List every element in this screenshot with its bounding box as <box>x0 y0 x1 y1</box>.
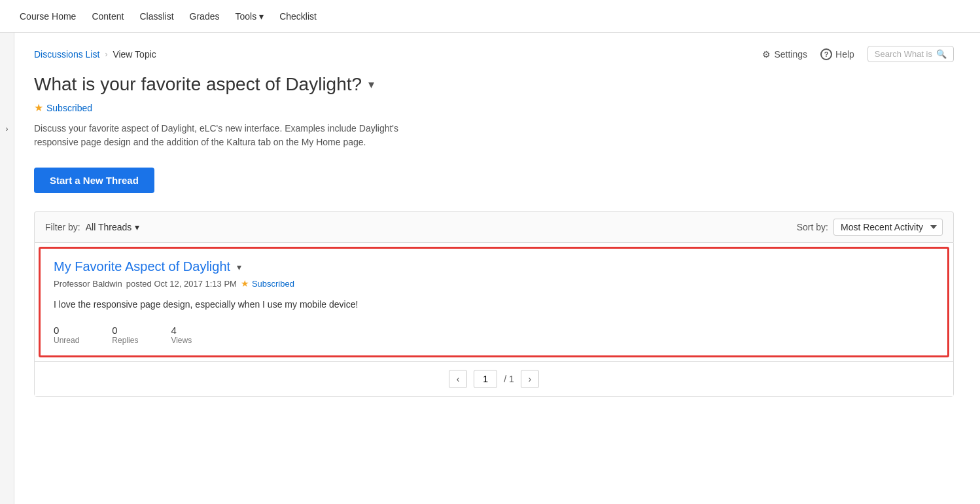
top-nav: Course Home Content Classlist Grades Too… <box>0 0 980 33</box>
thread-views-stat: 4 Views <box>171 325 192 345</box>
pagination-bar: ‹ / 1 › <box>35 361 953 396</box>
search-box[interactable]: Search What is 🔍 <box>867 46 954 62</box>
topic-subscribed-label: Subscribed <box>46 103 92 113</box>
tools-chevron-icon: ▾ <box>259 11 264 22</box>
thread-posted-text: posted Oct 12, 2017 1:13 PM <box>126 279 237 289</box>
thread-stats: 0 Unread 0 Replies 4 Views <box>54 325 934 345</box>
sort-select[interactable]: Most Recent ActivityOldest ActivityMost … <box>833 219 943 236</box>
filter-sort-bar: Filter by: All Threads ▾ Sort by: Most R… <box>34 211 954 242</box>
help-button[interactable]: ? Help <box>820 48 854 60</box>
thread-author: Professor Baldwin <box>54 279 122 289</box>
nav-grades[interactable]: Grades <box>190 11 220 22</box>
breadcrumb-separator: › <box>105 50 107 59</box>
nav-classlist[interactable]: Classlist <box>139 11 173 22</box>
thread-views-count: 4 <box>171 325 192 336</box>
help-label: Help <box>835 49 854 60</box>
gear-icon: ⚙ <box>762 49 771 60</box>
breadcrumb-discussions-link[interactable]: Discussions List <box>34 49 99 60</box>
sort-group: Sort by: Most Recent ActivityOldest Acti… <box>797 219 943 236</box>
thread-unread-count: 0 <box>54 325 79 336</box>
topic-title-row: What is your favorite aspect of Daylight… <box>34 74 954 95</box>
topic-title-text: What is your favorite aspect of Daylight… <box>34 74 362 95</box>
thread-item: My Favorite Aspect of Daylight ▾ Profess… <box>39 247 949 357</box>
filter-chevron-icon: ▾ <box>135 222 139 232</box>
breadcrumb: Discussions List › View Topic <box>34 49 156 60</box>
topic-title-chevron[interactable]: ▾ <box>368 77 374 92</box>
thread-replies-label: Replies <box>112 336 138 345</box>
thread-replies-count: 0 <box>112 325 138 336</box>
sidebar-toggle-icon: › <box>6 124 9 134</box>
top-actions: ⚙ Settings ? Help Search What is 🔍 <box>762 46 954 62</box>
thread-views-label: Views <box>171 336 192 345</box>
thread-unread-label: Unread <box>54 336 79 345</box>
topic-star-icon: ★ <box>34 101 43 114</box>
thread-title-link[interactable]: My Favorite Aspect of Daylight <box>54 259 230 274</box>
pagination-current-page[interactable] <box>474 370 497 388</box>
help-icon: ? <box>820 48 832 60</box>
sort-label: Sort by: <box>797 222 828 232</box>
nav-content[interactable]: Content <box>92 11 124 22</box>
thread-subscribed-badge[interactable]: ★ Subscribed <box>241 278 294 289</box>
pagination-prev-button[interactable]: ‹ <box>449 370 467 388</box>
topic-subscribed-badge[interactable]: ★ Subscribed <box>34 101 954 114</box>
thread-unread-stat: 0 Unread <box>54 325 79 345</box>
threads-container: My Favorite Aspect of Daylight ▾ Profess… <box>34 242 954 397</box>
pagination-next-button[interactable]: › <box>521 370 539 388</box>
thread-chevron-icon[interactable]: ▾ <box>237 262 241 272</box>
nav-tools-menu[interactable]: Tools ▾ <box>235 11 264 22</box>
thread-replies-stat: 0 Replies <box>112 325 138 345</box>
search-icon: 🔍 <box>936 49 947 59</box>
filter-select[interactable]: All Threads ▾ <box>86 222 140 232</box>
start-new-thread-button[interactable]: Start a New Thread <box>34 168 154 193</box>
breadcrumb-current: View Topic <box>113 49 156 60</box>
nav-course-home[interactable]: Course Home <box>20 11 76 22</box>
nav-checklist[interactable]: Checklist <box>279 11 317 22</box>
main-content: Discussions List › View Topic ⚙ Settings… <box>14 33 980 504</box>
settings-label: Settings <box>774 49 807 60</box>
filter-group: Filter by: All Threads ▾ <box>45 222 139 232</box>
page-layout: › Discussions List › View Topic ⚙ Settin… <box>0 33 980 504</box>
search-placeholder-text: Search What is <box>875 49 932 59</box>
filter-label: Filter by: <box>45 222 80 232</box>
nav-tools-label: Tools <box>235 11 256 22</box>
thread-subscribed-label: Subscribed <box>252 279 294 289</box>
sidebar-toggle[interactable]: › <box>0 33 14 504</box>
topic-description: Discuss your favorite aspect of Daylight… <box>34 122 440 149</box>
thread-body: I love the responsive page design, espec… <box>54 298 934 312</box>
thread-title-row: My Favorite Aspect of Daylight ▾ <box>54 259 934 274</box>
top-bar: Discussions List › View Topic ⚙ Settings… <box>34 46 954 62</box>
thread-star-icon: ★ <box>241 278 249 289</box>
filter-value: All Threads <box>86 222 132 232</box>
settings-button[interactable]: ⚙ Settings <box>762 49 807 60</box>
thread-meta: Professor Baldwin posted Oct 12, 2017 1:… <box>54 278 934 289</box>
pagination-total-pages: / 1 <box>504 374 514 384</box>
